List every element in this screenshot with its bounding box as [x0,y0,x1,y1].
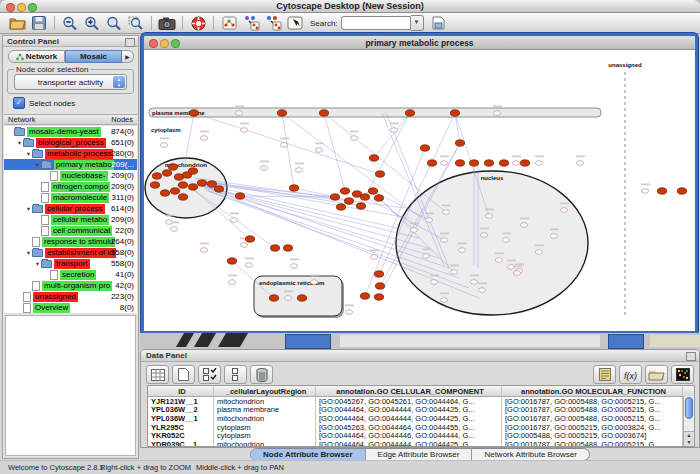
network-node-selected-color[interactable] [170,188,179,194]
network-node-selected-color[interactable] [214,186,223,192]
tree-row-biological-process[interactable]: ▼biological_process651(0) [4,137,137,148]
network-node-selected-color[interactable] [360,194,369,200]
search-dropdown-icon[interactable]: ▼ [411,15,424,31]
select-all-attributes-button[interactable] [198,365,221,384]
network-node-selected-color[interactable] [330,194,339,200]
network-node-selected-color[interactable] [469,160,478,166]
network-node[interactable] [345,310,352,315]
table-scrollbar[interactable]: ▲▼ [683,396,694,446]
search-input[interactable] [341,16,411,30]
expander-icon[interactable]: ▼ [25,250,32,256]
table-row[interactable]: YPL036W__1mitochondrion[GO:0044464, GO:0… [148,414,694,423]
formula-builder-button[interactable]: f(x) [619,365,642,384]
network-node[interactable] [480,233,487,238]
network-node[interactable] [440,161,447,166]
network-node[interactable] [493,111,500,116]
network-node[interactable] [478,288,485,293]
network-node[interactable] [425,218,432,223]
network-node-selected-color[interactable] [319,110,328,116]
column-header-1[interactable]: _cellularLayoutRegion [214,386,316,396]
network-node[interactable] [280,143,287,148]
network-window-titlebar[interactable]: primary metabolic process [144,36,695,50]
network-node[interactable] [165,220,172,225]
table-row[interactable]: YKR052Ccytoplasm[GO:0044464, GO:0044446,… [148,431,694,440]
network-node-selected-color[interactable] [189,110,198,116]
network-node-selected-color[interactable] [188,184,197,190]
network-node-selected-color[interactable] [420,145,429,151]
network-node-selected-color[interactable] [427,160,436,166]
tab-node-attribute-browser[interactable]: Node Attribute Browser [251,449,365,460]
network-node[interactable] [513,271,520,276]
network-node-selected-color[interactable] [270,245,279,251]
network-node[interactable] [576,161,583,166]
tree-row-cellular-process[interactable]: ▼cellular process614(0) [4,203,137,214]
tree-row-macromolecule[interactable]: macromolecule311(0) [4,192,137,203]
network-node-selected-color[interactable] [178,194,187,200]
network-node-selected-color[interactable] [283,245,292,251]
network-overview-icon[interactable] [218,14,240,32]
network-node[interactable] [560,208,567,213]
network-node[interactable] [450,270,457,275]
network-canvas[interactable]: plasma membranecytoplasmmitochondrionnuc… [144,50,695,331]
scrollbar-arrows[interactable]: ▲▼ [684,431,694,446]
network-node[interactable] [240,243,247,248]
expander-icon[interactable]: ▼ [25,151,32,157]
network-node-selected-color[interactable] [162,170,171,176]
tree-row-establishment-of-lo[interactable]: ▼establishment of lo558(0) [4,247,137,258]
unselect-all-attributes-button[interactable] [224,365,247,384]
network-node[interactable] [240,128,247,133]
expander-icon[interactable]: ▼ [16,140,23,146]
network-node[interactable] [440,298,447,303]
network-node-selected-color[interactable] [150,182,159,188]
select-nodes-checkbox[interactable]: ✓ [13,97,25,109]
network-node[interactable] [495,258,502,263]
network-node[interactable] [550,234,557,239]
column-header-2[interactable]: annotation.GO CELLULAR_COMPONENT [316,386,502,396]
save-session-button[interactable] [28,14,50,32]
network-node-selected-color[interactable] [340,188,349,194]
network-node-selected-color[interactable] [374,195,383,201]
tree-row-metabolic-process[interactable]: ▼metabolic process280(0) [4,148,137,159]
new-attribute-button[interactable] [172,365,195,384]
zoom-fit-button[interactable] [103,14,125,32]
network-node[interactable] [260,166,267,171]
attribute-select-button[interactable] [146,365,169,384]
tree-row-transport[interactable]: ▼transport558(0) [4,258,137,269]
attribute-matrix-button[interactable] [671,365,694,384]
tree-row-response-to-stimulu[interactable]: response to stimulu264(0) [4,236,137,247]
network-node-selected-color[interactable] [168,164,177,170]
tab-mosaic[interactable]: Mosaic [65,50,122,63]
network-node-selected-color[interactable] [374,271,383,277]
tab-edge-attribute-browser[interactable]: Edge Attribute Browser [365,449,472,460]
network-node[interactable] [228,280,235,285]
network-graph[interactable]: plasma membranecytoplasmmitochondrionnuc… [144,50,695,331]
network-node[interactable] [295,168,302,173]
network-node-selected-color[interactable] [269,295,278,301]
network-node-selected-color[interactable] [450,110,459,116]
node-color-dropdown[interactable]: transporter activity ▲▼ [14,74,127,90]
network-node[interactable] [535,161,542,166]
network-node[interactable] [160,143,167,148]
network-node[interactable] [350,136,357,141]
network-node[interactable] [641,189,648,194]
network-node[interactable] [535,250,542,255]
network-node[interactable] [315,148,322,153]
expander-icon[interactable]: ▼ [34,162,41,168]
network-node-selected-color[interactable] [277,110,286,116]
network-node[interactable] [390,128,397,133]
table-row[interactable]: YLR295Ccytoplasm[GO:0045263, GO:0044464,… [148,423,694,432]
network-node-selected-color[interactable] [178,182,187,188]
import-table-button[interactable] [645,365,668,384]
network-node[interactable] [310,280,317,285]
layout-icon-b[interactable] [262,14,284,32]
network-node-selected-color[interactable] [520,160,529,166]
network-node-selected-color[interactable] [227,258,236,264]
attribute-table-header[interactable]: ID_cellularLayoutRegionannotation.GO CEL… [148,386,694,397]
expander-icon[interactable]: ▼ [25,206,32,212]
float-panel-icon[interactable] [125,38,135,47]
network-node[interactable] [200,248,207,253]
network-node[interactable] [507,265,514,270]
network-node-selected-color[interactable] [677,188,686,194]
network-node[interactable] [440,238,447,243]
table-row[interactable]: YJR121W__1mitochondrion[GO:0045267, GO:0… [148,397,694,406]
